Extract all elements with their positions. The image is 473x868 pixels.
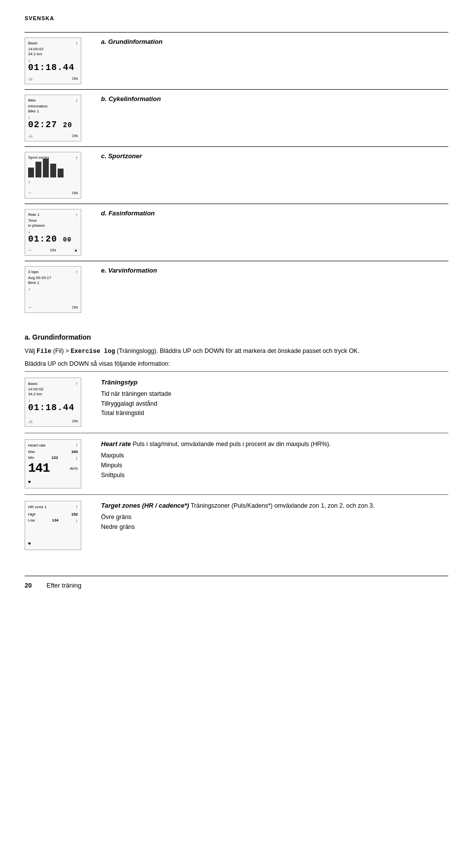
detail-device-training: Basic 14:00:02 34.2 km 01:18.44 🚲 ON — [25, 378, 81, 427]
dd-tz-arrow-up — [76, 504, 78, 510]
bar-c-3 — [43, 159, 49, 177]
device-c: Sport zones ← ON — [25, 152, 81, 199]
device-e: 3 laps Avg 00:20:17 Best 1 ← ON — [25, 266, 81, 313]
dd-tz-high-label: High — [28, 512, 35, 518]
device-e-line2: Avg 00:20:17 — [28, 276, 78, 280]
section-label-d: d. Fasinformation — [101, 209, 448, 220]
dd-hr-arrow-down — [75, 455, 78, 461]
device-d-line2: Time — [28, 218, 78, 223]
hr-item-2: Minpuls — [101, 461, 448, 470]
device-c-arrow-down — [28, 178, 78, 185]
page: SVENSKA Basic 14:00:02 34.2 km 01:18.44 … — [0, 0, 473, 610]
section-row-e: 3 laps Avg 00:20:17 Best 1 ← ON e. Varvi… — [25, 261, 448, 313]
training-item-2: Tillryggalagt avstånd — [101, 399, 448, 409]
dd-tz-low-val: 134 — [52, 518, 58, 523]
device-d: Ride 1 Time in phases 01:20 00 ← ON ▲ — [25, 209, 81, 256]
device-e-line3: Best 1 — [28, 280, 78, 285]
device-b-line3: Bike 1 — [28, 109, 78, 114]
hr-title: Heart rate — [101, 440, 131, 448]
device-e-bottom-right: ON — [72, 305, 78, 310]
info-exercise-log: Exercise log — [71, 348, 115, 355]
info-text-velj: Välj — [25, 347, 36, 354]
dd-hr-line1: Heart rate — [28, 443, 46, 448]
footer-section-label: Efter träning — [46, 581, 81, 590]
dd-hr-max-val: 160 — [71, 450, 78, 454]
tz-title: Target zones (HR / cadence*) — [101, 502, 189, 509]
section-row-c: Sport zones ← ON c. Sportzoner — [25, 147, 448, 199]
device-e-arrow-up — [76, 269, 78, 276]
device-a-arrow-up — [76, 40, 78, 47]
section-label-c: c. Sportzoner — [101, 152, 448, 163]
detail-device-targetzones: HR zone 1 High 152 Low 134 — [25, 501, 81, 550]
info-file: File — [36, 348, 51, 355]
section-title-a: a. Grundinformation — [101, 37, 448, 46]
device-a-bottom-right: ON — [72, 76, 78, 81]
device-b-bignum: 02:27 20 — [28, 120, 78, 129]
device-a-bignum: 01:18.44 — [28, 63, 78, 72]
dd-tz-arrow-down — [76, 518, 78, 524]
bar-c-2 — [35, 162, 41, 177]
dd-training-bottom-right: ON — [72, 418, 78, 424]
info-block: a. Grundinformation Välj File (Fil) > Ex… — [25, 328, 448, 368]
tz-description: Träningszoner (Puls/Kadens*) omväxlande … — [191, 502, 374, 509]
device-e-line1: 3 laps — [28, 270, 38, 275]
info-paren2: (Träningslogg). Bläddra UP och DOWN för … — [117, 347, 360, 354]
info-paren1: (Fil) > — [53, 347, 71, 354]
section-row-a: Basic 14:00:02 34.2 km 01:18.44 🚲 ON a. … — [25, 33, 448, 84]
dd-training-line3: 34.2 km — [28, 392, 78, 397]
device-a-line1: Basic — [28, 41, 38, 46]
device-d-line3: in phases — [28, 223, 78, 228]
device-b-line1: Bike — [28, 98, 36, 103]
device-d-arrow-up — [76, 212, 78, 218]
dd-tz-high-val: 152 — [71, 512, 78, 517]
hr-item-3: Snittpuls — [101, 471, 448, 480]
section-label-e: e. Varvinformation — [101, 266, 448, 277]
dd-hr-arrow-up — [76, 442, 78, 449]
dd-training-bignum: 01:18.44 — [28, 403, 78, 412]
footer-page-number: 20 — [25, 581, 32, 590]
dd-training-arrow-up — [76, 381, 78, 387]
device-b-line2: information — [28, 104, 78, 109]
detail-text-heartrate: Heart rate Puls i slag/minut, omväxlande… — [101, 439, 448, 480]
detail-block-targetzones: HR zone 1 High 152 Low 134 Target zones … — [25, 494, 448, 556]
device-b-icon: 🚲 — [28, 133, 33, 139]
hr-list: Maxpuls Minpuls Snittpuls — [101, 451, 448, 480]
detail-device-heartrate: Heart rate Max 160 Min 122 141 AVG — [25, 439, 81, 488]
section-title-b: b. Cykelinformation — [101, 95, 448, 104]
detail-text-targetzones: Target zones (HR / cadence*) Träningszon… — [101, 501, 448, 532]
hr-description: Puls i slag/minut, omväxlande med puls i… — [133, 441, 331, 448]
training-item-3: Total träningstid — [101, 409, 448, 418]
device-d-icon2: ▲ — [74, 247, 78, 253]
section-row-d: Ride 1 Time in phases 01:20 00 ← ON ▲ d.… — [25, 204, 448, 256]
dd-tz-icon — [28, 540, 31, 547]
device-a-icon: 🚲 — [28, 76, 33, 81]
tz-list: Övre gräns Nedre gräns — [101, 513, 448, 532]
detail-block-training: Basic 14:00:02 34.2 km 01:18.44 🚲 ON Trä… — [25, 371, 448, 433]
bar-chart-c — [28, 161, 78, 178]
device-b: Bike information Bike 1 02:27 20 🚲 ON — [25, 95, 81, 141]
dd-hr-avg: AVG — [70, 466, 78, 471]
device-c-bottom-right: ON — [72, 190, 78, 196]
dd-hr-icon — [28, 479, 31, 486]
page-footer: 20 Efter träning — [25, 576, 448, 590]
device-a: Basic 14:00:02 34.2 km 01:18.44 🚲 ON — [25, 37, 81, 84]
device-c-icon: ← — [28, 190, 32, 196]
device-e-icon: ← — [28, 305, 32, 310]
device-a-line2: 14:00:02 — [28, 47, 78, 52]
tz-item-1: Övre gräns — [101, 513, 448, 522]
section-row-b: Bike information Bike 1 02:27 20 🚲 ON b.… — [25, 90, 448, 141]
dd-training-line2: 14:00:02 — [28, 387, 78, 392]
detail-block-heartrate: Heart rate Max 160 Min 122 141 AVG Heart… — [25, 433, 448, 494]
dd-hr-min-val: 122 — [52, 455, 58, 460]
dd-hr-bignum: 141 — [28, 462, 50, 475]
device-d-line1: Ride 1 — [28, 212, 39, 217]
dd-hr-min-label: Min — [28, 455, 34, 461]
device-c-arrow-up — [76, 155, 78, 161]
info-para-1: Välj File (Fil) > Exercise log (Tränings… — [25, 347, 448, 356]
bar-c-4 — [50, 164, 56, 177]
hr-item-1: Maxpuls — [101, 451, 448, 460]
section-label-b: b. Cykelinformation — [101, 95, 448, 105]
device-b-bottom-right: ON — [72, 133, 78, 139]
training-type-list: Tid när träningen startade Tillryggalagt… — [101, 389, 448, 418]
dd-training-icon: 🚲 — [28, 418, 33, 424]
